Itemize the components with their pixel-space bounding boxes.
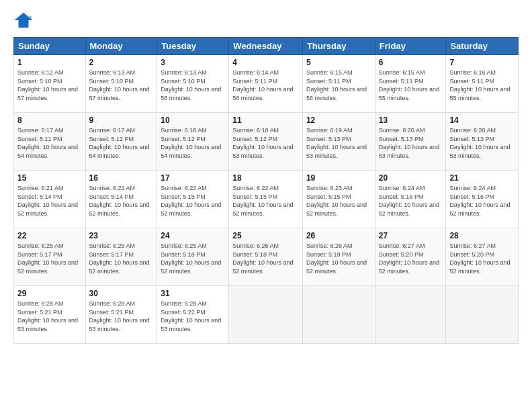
sunrise-label: Sunrise: 6:25 AM: [161, 242, 207, 249]
day-number: 27: [379, 231, 443, 240]
daylight-label: Daylight: 10 hours and 52 minutes.: [232, 201, 293, 217]
day-info: Sunrise: 6:18 AM Sunset: 5:12 PM Dayligh…: [232, 126, 299, 160]
day-info: Sunrise: 6:26 AM Sunset: 5:18 PM Dayligh…: [232, 242, 299, 275]
sunset-label: Sunset: 5:12 PM: [232, 136, 277, 142]
sunrise-label: Sunrise: 6:28 AM: [161, 300, 207, 307]
sunset-label: Sunset: 5:18 PM: [161, 251, 206, 258]
day-number: 4: [232, 58, 299, 67]
calendar-week-row: 29 Sunrise: 6:28 AM Sunset: 5:21 PM Dayl…: [14, 286, 519, 344]
calendar-day-cell: 17 Sunrise: 6:22 AM Sunset: 5:15 PM Dayl…: [157, 171, 229, 228]
calendar-week-row: 1 Sunrise: 6:12 AM Sunset: 5:10 PM Dayli…: [14, 55, 519, 113]
daylight-label: Daylight: 10 hours and 52 minutes.: [17, 259, 78, 275]
sunrise-label: Sunrise: 6:20 AM: [449, 127, 496, 134]
day-number: 9: [89, 116, 154, 125]
sunrise-label: Sunrise: 6:27 AM: [449, 242, 496, 249]
day-number: 7: [449, 58, 515, 67]
day-of-week-header: Sunday: [14, 38, 86, 55]
sunrise-label: Sunrise: 6:13 AM: [89, 69, 136, 76]
sunset-label: Sunset: 5:10 PM: [89, 78, 134, 85]
day-info: Sunrise: 6:27 AM Sunset: 5:20 PM Dayligh…: [449, 242, 515, 275]
sunset-label: Sunset: 5:11 PM: [306, 78, 351, 85]
sunset-label: Sunset: 5:21 PM: [17, 309, 62, 316]
daylight-label: Daylight: 10 hours and 53 minutes.: [232, 144, 293, 159]
calendar-week-row: 8 Sunrise: 6:17 AM Sunset: 5:11 PM Dayli…: [14, 113, 519, 171]
sunrise-label: Sunrise: 6:25 AM: [89, 242, 136, 249]
day-info: Sunrise: 6:26 AM Sunset: 5:19 PM Dayligh…: [306, 242, 371, 275]
calendar-day-cell: 21 Sunrise: 6:24 AM Sunset: 5:16 PM Dayl…: [446, 171, 519, 228]
daylight-label: Daylight: 10 hours and 54 minutes.: [17, 144, 78, 159]
day-number: 12: [306, 116, 371, 125]
day-info: Sunrise: 6:28 AM Sunset: 5:22 PM Dayligh…: [161, 300, 225, 333]
sunrise-label: Sunrise: 6:20 AM: [379, 127, 425, 134]
day-info: Sunrise: 6:22 AM Sunset: 5:15 PM Dayligh…: [161, 184, 225, 218]
calendar-day-cell: 20 Sunrise: 6:24 AM Sunset: 5:16 PM Dayl…: [375, 171, 446, 228]
calendar-day-cell: 24 Sunrise: 6:25 AM Sunset: 5:18 PM Dayl…: [157, 228, 229, 286]
day-number: 30: [89, 289, 154, 298]
calendar-day-cell: 23 Sunrise: 6:25 AM Sunset: 5:17 PM Dayl…: [85, 228, 157, 286]
calendar-day-cell: 6 Sunrise: 6:15 AM Sunset: 5:11 PM Dayli…: [375, 55, 446, 113]
sunrise-label: Sunrise: 6:23 AM: [306, 185, 353, 191]
calendar-day-cell: 8 Sunrise: 6:17 AM Sunset: 5:11 PM Dayli…: [14, 113, 86, 171]
sunset-label: Sunset: 5:10 PM: [161, 78, 206, 85]
day-of-week-header: Monday: [85, 38, 157, 55]
sunrise-label: Sunrise: 6:14 AM: [232, 69, 279, 76]
calendar-day-cell: 12 Sunrise: 6:19 AM Sunset: 5:13 PM Dayl…: [302, 113, 375, 171]
sunrise-label: Sunrise: 6:16 AM: [449, 69, 496, 76]
daylight-label: Daylight: 10 hours and 53 minutes.: [449, 144, 510, 159]
calendar-header-row: SundayMondayTuesdayWednesdayThursdayFrid…: [14, 38, 519, 55]
day-number: 8: [17, 116, 82, 125]
day-of-week-header: Tuesday: [157, 38, 229, 55]
sunrise-label: Sunrise: 6:22 AM: [232, 185, 279, 191]
sunrise-label: Sunrise: 6:12 AM: [17, 69, 64, 76]
calendar-week-row: 15 Sunrise: 6:21 AM Sunset: 5:14 PM Dayl…: [14, 171, 519, 228]
day-number: 28: [449, 231, 515, 240]
sunrise-label: Sunrise: 6:21 AM: [17, 185, 64, 191]
sunset-label: Sunset: 5:14 PM: [89, 193, 134, 200]
sunrise-label: Sunrise: 6:26 AM: [306, 242, 353, 249]
day-info: Sunrise: 6:21 AM Sunset: 5:14 PM Dayligh…: [89, 184, 154, 218]
calendar-day-cell: 14 Sunrise: 6:20 AM Sunset: 5:13 PM Dayl…: [446, 113, 519, 171]
calendar-day-cell: 10 Sunrise: 6:18 AM Sunset: 5:12 PM Dayl…: [157, 113, 229, 171]
sunset-label: Sunset: 5:22 PM: [161, 309, 206, 316]
day-info: Sunrise: 6:28 AM Sunset: 5:21 PM Dayligh…: [89, 300, 154, 333]
daylight-label: Daylight: 10 hours and 53 minutes.: [17, 317, 78, 332]
day-info: Sunrise: 6:19 AM Sunset: 5:13 PM Dayligh…: [306, 126, 371, 160]
calendar-day-cell: 18 Sunrise: 6:22 AM Sunset: 5:15 PM Dayl…: [229, 171, 303, 228]
calendar-day-cell: 1 Sunrise: 6:12 AM Sunset: 5:10 PM Dayli…: [14, 55, 86, 113]
day-number: 20: [379, 173, 443, 183]
day-number: 19: [306, 173, 371, 183]
day-number: 22: [17, 231, 82, 240]
day-number: 16: [89, 173, 154, 183]
calendar-day-cell: 28 Sunrise: 6:27 AM Sunset: 5:20 PM Dayl…: [446, 228, 519, 286]
day-info: Sunrise: 6:25 AM Sunset: 5:18 PM Dayligh…: [161, 242, 225, 275]
sunrise-label: Sunrise: 6:13 AM: [161, 69, 207, 76]
day-info: Sunrise: 6:23 AM Sunset: 5:15 PM Dayligh…: [306, 184, 371, 218]
sunset-label: Sunset: 5:13 PM: [306, 136, 351, 142]
daylight-label: Daylight: 10 hours and 52 minutes.: [306, 259, 367, 275]
logo-icon: [13, 10, 34, 30]
daylight-label: Daylight: 10 hours and 52 minutes.: [89, 259, 150, 275]
calendar-day-cell: 5 Sunrise: 6:15 AM Sunset: 5:11 PM Dayli…: [302, 55, 375, 113]
daylight-label: Daylight: 10 hours and 52 minutes.: [161, 259, 221, 275]
calendar-day-cell: 2 Sunrise: 6:13 AM Sunset: 5:10 PM Dayli…: [85, 55, 157, 113]
logo: [13, 10, 38, 30]
day-info: Sunrise: 6:20 AM Sunset: 5:13 PM Dayligh…: [379, 126, 443, 160]
sunset-label: Sunset: 5:12 PM: [161, 136, 206, 142]
day-info: Sunrise: 6:14 AM Sunset: 5:11 PM Dayligh…: [232, 68, 299, 102]
sunrise-label: Sunrise: 6:15 AM: [306, 69, 353, 76]
day-number: 17: [161, 173, 225, 183]
calendar-day-cell: 30 Sunrise: 6:28 AM Sunset: 5:21 PM Dayl…: [85, 286, 157, 344]
page: SundayMondayTuesdayWednesdayThursdayFrid…: [0, 0, 532, 411]
sunset-label: Sunset: 5:14 PM: [17, 193, 62, 200]
sunrise-label: Sunrise: 6:21 AM: [89, 185, 136, 191]
sunset-label: Sunset: 5:15 PM: [306, 193, 351, 200]
daylight-label: Daylight: 10 hours and 57 minutes.: [89, 86, 150, 101]
daylight-label: Daylight: 10 hours and 52 minutes.: [449, 201, 510, 217]
daylight-label: Daylight: 10 hours and 53 minutes.: [306, 144, 367, 159]
day-info: Sunrise: 6:18 AM Sunset: 5:12 PM Dayligh…: [161, 126, 225, 160]
calendar-day-cell: [446, 286, 519, 344]
day-number: 2: [89, 58, 154, 67]
day-info: Sunrise: 6:25 AM Sunset: 5:17 PM Dayligh…: [17, 242, 82, 275]
day-number: 5: [306, 58, 371, 67]
header: [13, 10, 519, 30]
